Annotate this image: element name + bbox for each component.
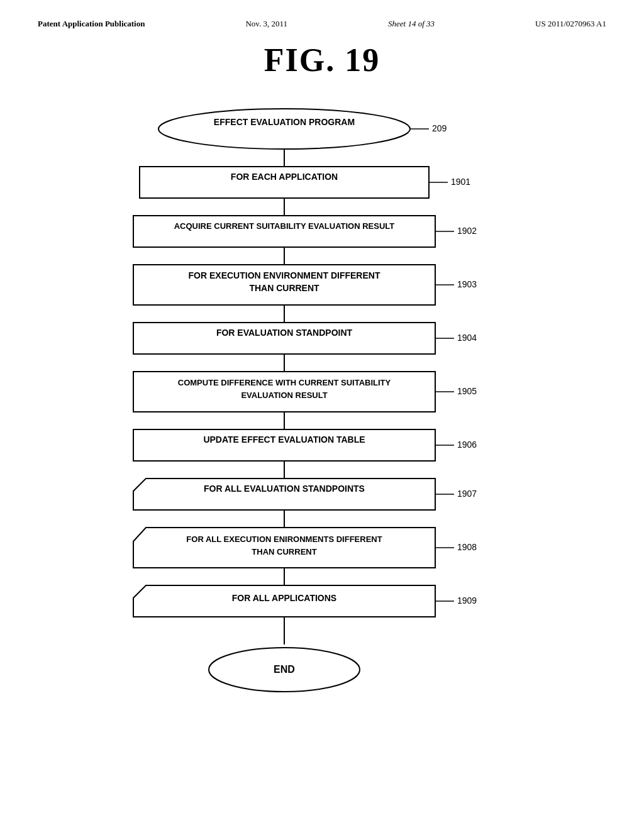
svg-text:1907: 1907 [457, 489, 477, 499]
header-publication: Patent Application Publication [38, 19, 145, 29]
svg-text:THAN CURRENT: THAN CURRENT [252, 547, 316, 556]
svg-text:209: 209 [432, 123, 447, 133]
svg-text:1902: 1902 [457, 226, 477, 236]
svg-text:FOR EXECUTION ENVIRONMENT DIFF: FOR EXECUTION ENVIRONMENT DIFFERENT [189, 270, 380, 280]
svg-text:1909: 1909 [457, 595, 477, 606]
svg-text:END: END [274, 664, 295, 675]
page-header: Patent Application Publication Nov. 3, 2… [38, 19, 606, 29]
flowchart-container: EFFECT EVALUATION PROGRAM 209 FOR EACH A… [38, 104, 606, 764]
svg-text:ACQUIRE CURRENT SUITABILITY EV: ACQUIRE CURRENT SUITABILITY EVALUATION R… [174, 221, 395, 231]
svg-text:EFFECT EVALUATION PROGRAM: EFFECT EVALUATION PROGRAM [214, 117, 355, 127]
svg-text:FOR ALL EXECUTION ENIRONMENTS : FOR ALL EXECUTION ENIRONMENTS DIFFERENT [186, 534, 382, 544]
svg-text:1908: 1908 [457, 542, 477, 552]
svg-text:EVALUATION RESULT: EVALUATION RESULT [241, 390, 327, 400]
flowchart-svg: EFFECT EVALUATION PROGRAM 209 FOR EACH A… [70, 104, 574, 764]
page: Patent Application Publication Nov. 3, 2… [0, 0, 644, 830]
header-sheet: Sheet 14 of 33 [388, 19, 435, 29]
svg-rect-10 [133, 216, 435, 247]
svg-text:1905: 1905 [457, 386, 477, 396]
svg-text:THAN CURRENT: THAN CURRENT [249, 283, 319, 293]
svg-text:1906: 1906 [457, 440, 477, 450]
svg-text:1901: 1901 [451, 177, 470, 187]
figure-title: FIG. 19 [38, 42, 606, 79]
svg-text:FOR ALL EVALUATION STANDPOINTS: FOR ALL EVALUATION STANDPOINTS [204, 484, 365, 494]
svg-text:UPDATE EFFECT EVALUATION TABLE: UPDATE EFFECT EVALUATION TABLE [203, 434, 365, 445]
svg-text:1903: 1903 [457, 279, 477, 289]
svg-text:FOR EVALUATION STANDPOINT: FOR EVALUATION STANDPOINT [216, 328, 353, 338]
svg-text:FOR ALL APPLICATIONS: FOR ALL APPLICATIONS [232, 593, 336, 603]
svg-text:1904: 1904 [457, 333, 477, 343]
svg-text:COMPUTE DIFFERENCE WITH CURREN: COMPUTE DIFFERENCE WITH CURRENT SUITABIL… [178, 378, 391, 387]
svg-text:FOR EACH APPLICATION: FOR EACH APPLICATION [231, 172, 338, 182]
header-date: Nov. 3, 2011 [245, 19, 287, 29]
header-patent: US 2011/0270963 A1 [535, 19, 606, 29]
svg-point-0 [158, 109, 410, 149]
